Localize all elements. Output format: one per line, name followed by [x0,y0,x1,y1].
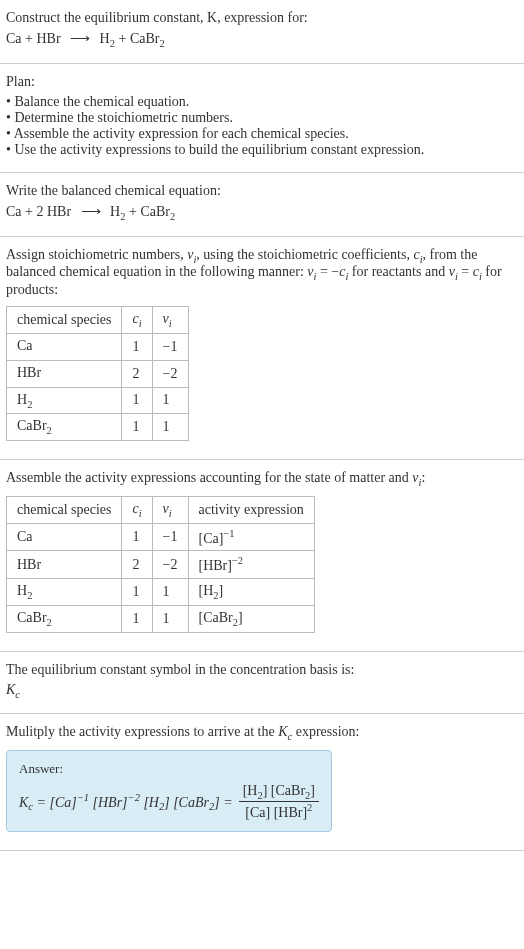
cell-species: HBr [7,551,122,579]
col-expr: activity expression [188,496,314,523]
k-symbol: K [19,794,28,809]
term: [CaBr [267,783,305,798]
activity-desc: Assemble the activity expressions accoun… [6,470,518,488]
balanced-section: Write the balanced chemical equation: Ca… [0,173,524,237]
text: Mulitply the activity expressions to arr… [6,724,278,739]
subscript: i [169,318,172,329]
balanced-equation: Ca + 2 HBr ⟶ H2 + CaBr2 [6,203,518,222]
species-h2: H [110,204,120,219]
term: [HBr] [93,794,128,809]
cell-ci: 1 [122,387,152,414]
cell-ci: 2 [122,551,152,579]
table-row: Ca 1 −1 [Ca]−1 [7,523,315,551]
cell-ci: 1 [122,414,152,441]
intro-prompt: Construct the equilibrium constant, K, e… [6,10,518,26]
plus: + [125,204,140,219]
equals: = [33,794,49,809]
term: [Ca] [49,794,76,809]
term: [H [243,783,258,798]
species-hbr: HBr [36,31,60,46]
cell-nui: 1 [152,605,188,632]
kc-left: Kc = [Ca]−1 [HBr]−2 [H2] [CaBr2] = [19,792,233,812]
species: CaBr [17,418,47,433]
cell-nui: 1 [152,387,188,414]
subscript: 2 [27,398,32,409]
term: [H [143,794,159,809]
multiply-desc: Mulitply the activity expressions to arr… [6,724,518,742]
subscript: i [139,508,142,519]
expr-base: [CaBr [199,610,233,625]
plan-item: Use the activity expressions to build th… [6,142,518,158]
plus: + [22,31,37,46]
cell-nui: −2 [152,551,188,579]
answer-box: Answer: Kc = [Ca]−1 [HBr]−2 [H2] [CaBr2]… [6,750,332,831]
text: Assemble the activity expressions accoun… [6,470,412,485]
table-header-row: chemical species ci νi activity expressi… [7,496,315,523]
species-cabr2: CaBr [140,204,170,219]
plan-section: Plan: Balance the chemical equation. Det… [0,64,524,173]
species-cabr2: CaBr [130,31,160,46]
species: Ca [17,529,33,544]
term: ] [164,794,169,809]
cell-ci: 1 [122,579,152,606]
species-hbr: HBr [43,204,71,219]
species: H [17,583,27,598]
table-row: Ca 1 −1 [7,333,189,360]
plus: + [22,204,37,219]
plan-list: Balance the chemical equation. Determine… [6,94,518,158]
term: [HBr] [270,805,307,820]
expr-base: ] [238,610,243,625]
term: ] [310,783,315,798]
text: , using the stoichiometric coefficients, [196,247,413,262]
table-row: HBr 2 −2 [HBr]−2 [7,551,315,579]
text: = [458,264,473,279]
expr-base: [H [199,583,214,598]
k-symbol: K [278,724,287,739]
intro-section: Construct the equilibrium constant, K, e… [0,0,524,64]
subscript: 2 [27,590,32,601]
cell-ci: 2 [122,360,152,387]
cell-species: Ca [7,333,122,360]
species: HBr [17,557,41,572]
subscript: 2 [47,617,52,628]
plan-item: Determine the stoichiometric numbers. [6,110,518,126]
cell-nui: 1 [152,414,188,441]
cell-nui: 1 [152,579,188,606]
intro-text: Construct the equilibrium constant, K, e… [6,10,308,25]
species: Ca [17,338,33,353]
expr-base: ] [219,583,224,598]
k-symbol: K [6,682,15,697]
cell-ci: 1 [122,523,152,551]
balanced-title: Write the balanced chemical equation: [6,183,518,199]
superscript: 2 [307,802,312,813]
subscript: 2 [159,38,164,49]
answer-section: Mulitply the activity expressions to arr… [0,714,524,850]
cell-species: CaBr2 [7,605,122,632]
expr-base: [Ca] [199,530,224,545]
subscript: 2 [47,425,52,436]
col-ci: ci [122,307,152,334]
cell-expr: [HBr]−2 [188,551,314,579]
stoich-table: chemical species ci νi Ca 1 −1 HBr 2 −2 … [6,306,189,441]
cell-species: H2 [7,387,122,414]
denominator: [Ca] [HBr]2 [241,802,316,821]
subscript: i [139,318,142,329]
col-ci: ci [122,496,152,523]
stoich-section: Assign stoichiometric numbers, νi, using… [0,237,524,461]
arrow-icon: ⟶ [71,204,110,219]
symbol-section: The equilibrium constant symbol in the c… [0,652,524,715]
text: : [421,470,425,485]
cell-species: Ca [7,523,122,551]
species-ca: Ca [6,204,22,219]
plan-item: Assemble the activity expression for eac… [6,126,518,142]
cell-ci: 1 [122,605,152,632]
superscript: −2 [128,792,140,803]
table-row: CaBr2 1 1 [CaBr2] [7,605,315,632]
equals: = [220,794,233,809]
subscript: i [169,508,172,519]
plus: + [115,31,130,46]
table-row: H2 1 1 [7,387,189,414]
cell-ci: 1 [122,333,152,360]
species: CaBr [17,610,47,625]
cell-expr: [Ca]−1 [188,523,314,551]
